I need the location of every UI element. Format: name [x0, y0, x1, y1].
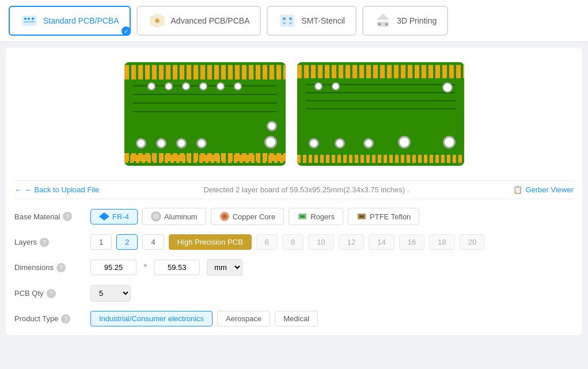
material-copper-btn[interactable]: Copper Core [211, 208, 284, 225]
svg-rect-3 [24, 21, 35, 22]
tab-printing-label: 3D Printing [397, 16, 437, 25]
dimensions-help-icon[interactable]: ? [56, 263, 66, 272]
layers-4-label: 4 [151, 238, 155, 246]
svg-rect-0 [22, 16, 36, 25]
layers-options: 1 2 4 High Precision PCB 6 8 10 [90, 234, 485, 250]
svg-point-19 [153, 214, 159, 219]
layers-20-btn[interactable]: 20 [460, 234, 485, 250]
layers-2-btn[interactable]: 2 [116, 234, 138, 250]
layers-help-icon[interactable]: ? [40, 238, 49, 247]
tab-3d-printing[interactable]: 3D Printing [362, 6, 448, 36]
svg-rect-2 [28, 18, 30, 20]
svg-rect-10 [289, 17, 292, 20]
tab-standard-pcb[interactable]: Standard PCB/PCBA ✓ [9, 6, 131, 36]
base-material-options: FR-4 Aluminum Copper Core [90, 208, 419, 225]
printing-icon [374, 12, 392, 30]
product-type-aerospace-btn[interactable]: Aerospace [217, 311, 270, 326]
ptfe-icon [356, 211, 367, 222]
smt-icon [278, 12, 297, 30]
back-to-upload-label: ← Back to Upload File [25, 185, 99, 194]
svg-marker-14 [377, 14, 389, 20]
layers-14-label: 14 [377, 238, 385, 246]
material-copper-label: Copper Core [233, 212, 275, 221]
layers-18-label: 18 [438, 238, 446, 246]
layers-label: Layers ? [14, 238, 84, 247]
pcb-image-front [124, 62, 286, 166]
product-type-row: Product Type ? Industrial/Consumer elect… [14, 311, 574, 326]
layers-6-label: 6 [265, 238, 269, 246]
layers-hpcb-btn[interactable]: High Precision PCB [169, 234, 252, 250]
back-to-upload-link[interactable]: ← ← Back to Upload File [14, 185, 99, 194]
material-aluminum-btn[interactable]: Aluminum [142, 208, 206, 225]
layers-6-btn[interactable]: 6 [256, 234, 278, 250]
pcb-qty-row: PCB Qty ? 5 10 15 20 25 30 50 75 100 200 [14, 285, 574, 302]
product-type-aerospace-label: Aerospace [226, 314, 261, 323]
layers-2-label: 2 [125, 238, 129, 246]
layers-12-label: 12 [347, 238, 355, 246]
layers-8-label: 8 [291, 238, 295, 246]
svg-rect-9 [283, 17, 286, 20]
product-type-industrial-btn[interactable]: Industrial/Consumer electronics [90, 311, 213, 326]
material-fr4-btn[interactable]: FR-4 [90, 209, 138, 225]
tab-standard-label: Standard PCB/PCBA [43, 16, 119, 25]
pcb-image-back [297, 62, 464, 166]
product-type-help-icon[interactable]: ? [61, 314, 70, 324]
svg-rect-25 [359, 215, 364, 218]
tab-advanced-pcb[interactable]: Advanced PCB/PCBA [136, 6, 261, 36]
product-type-label: Product Type ? [14, 314, 84, 324]
layers-10-btn[interactable]: 10 [308, 234, 333, 250]
material-rogers-btn[interactable]: Rogers [289, 208, 343, 225]
svg-point-15 [378, 23, 381, 25]
layers-4-btn[interactable]: 4 [142, 234, 164, 250]
layers-18-btn[interactable]: 18 [429, 234, 454, 250]
aluminum-icon [151, 211, 161, 222]
product-type-medical-btn[interactable]: Medical [275, 311, 318, 326]
gerber-viewer-label: Gerber Viewer [525, 185, 574, 194]
layers-10-label: 10 [317, 238, 325, 246]
svg-point-21 [222, 214, 227, 219]
rogers-icon [297, 211, 308, 222]
dimension-height-input[interactable] [154, 260, 200, 275]
dimensions-row: Dimensions ? * mm inch [14, 259, 574, 276]
tab-smt-stencil[interactable]: SMT-Stencil [267, 6, 356, 36]
dimension-unit-select[interactable]: mm inch [207, 259, 242, 276]
svg-rect-12 [289, 22, 292, 24]
material-rogers-label: Rogers [310, 212, 335, 221]
svg-point-7 [156, 20, 158, 22]
pcb-qty-help-icon[interactable]: ? [47, 289, 56, 298]
product-type-medical-label: Medical [283, 314, 309, 323]
gerber-viewer-link[interactable]: 📋 Gerber Viewer [513, 185, 574, 194]
base-material-row: Base Material ? FR-4 Aluminum [14, 208, 574, 225]
tab-advanced-label: Advanced PCB/PCBA [171, 16, 250, 25]
pcb-images-section [14, 56, 574, 172]
layers-14-btn[interactable]: 14 [369, 234, 394, 250]
svg-rect-8 [280, 15, 294, 26]
material-ptfe-btn[interactable]: PTFE Teflon [348, 208, 419, 225]
svg-marker-17 [99, 212, 109, 220]
dimensions-label: Dimensions ? [14, 263, 84, 272]
back-arrow-icon: ← [14, 185, 22, 194]
form-section: Base Material ? FR-4 Aluminum [14, 208, 574, 326]
pcb-advanced-icon [148, 12, 166, 30]
svg-rect-1 [24, 18, 26, 20]
detected-info-text: Detected 2 layer board of 59.53x95.25mm(… [203, 185, 409, 194]
main-content: ← ← Back to Upload File Detected 2 layer… [6, 48, 582, 335]
layers-8-btn[interactable]: 8 [282, 234, 304, 250]
pcb-qty-select[interactable]: 5 10 15 20 25 30 50 75 100 200 [90, 285, 131, 302]
pcb-qty-label: PCB Qty ? [14, 289, 84, 298]
svg-rect-23 [300, 215, 305, 218]
material-ptfe-label: PTFE Teflon [370, 212, 411, 221]
product-type-options: Industrial/Consumer electronics Aerospac… [90, 311, 318, 326]
svg-point-16 [385, 23, 388, 25]
layers-1-btn[interactable]: 1 [90, 234, 112, 250]
layers-16-label: 16 [408, 238, 416, 246]
base-material-help-icon[interactable]: ? [63, 212, 72, 221]
layers-12-btn[interactable]: 12 [339, 234, 364, 250]
pcb-standard-icon [20, 12, 39, 30]
dimension-width-input[interactable] [90, 260, 136, 275]
layers-16-btn[interactable]: 16 [399, 234, 424, 250]
material-aluminum-label: Aluminum [164, 212, 198, 221]
info-bar: ← ← Back to Upload File Detected 2 layer… [14, 180, 574, 199]
layers-row: Layers ? 1 2 4 High Precision PCB 6 [14, 234, 574, 250]
tab-smt-label: SMT-Stencil [301, 16, 344, 25]
